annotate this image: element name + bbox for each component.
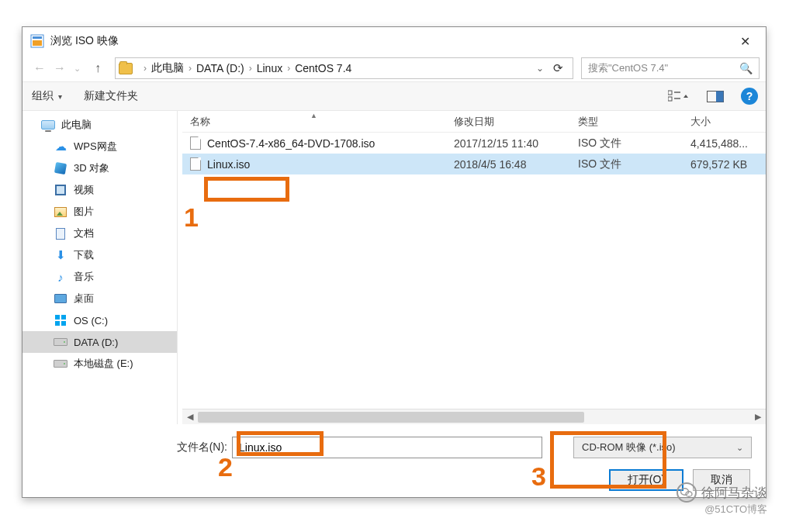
crumb-centos[interactable]: CentOS 7.4 xyxy=(295,62,351,74)
col-size-header[interactable]: 大小 xyxy=(683,111,766,132)
sort-asc-icon: ▲ xyxy=(310,112,317,119)
folder-icon xyxy=(119,63,133,74)
recent-dropdown[interactable]: ⌄ xyxy=(74,64,81,74)
crumb-thispc[interactable]: 此电脑 xyxy=(151,61,184,75)
toolbar: 组织 ▾ 新建文件夹 ? xyxy=(22,81,766,111)
preview-pane-button[interactable] xyxy=(707,91,724,102)
chevron-right-icon[interactable]: › xyxy=(144,63,147,74)
dialog-footer: 文件名(N): Linux.iso CD-ROM 映像 (*.iso)⌄ 打开(… xyxy=(22,424,766,491)
sidebar-item-music[interactable]: ♪音乐 xyxy=(22,266,177,288)
address-bar[interactable]: › 此电脑 › DATA (D:) › Linux › CentOS 7.4 ⌄… xyxy=(115,57,573,79)
open-button[interactable]: 打开(O) xyxy=(609,469,683,491)
file-rows: CentOS-7.4-x86_64-DVD-1708.iso 2017/12/1… xyxy=(182,133,766,174)
col-name-header[interactable]: ▲名称 xyxy=(182,111,446,132)
organize-button[interactable]: 组织 ▾ xyxy=(32,89,62,103)
newfolder-button[interactable]: 新建文件夹 xyxy=(84,89,138,103)
horizontal-scrollbar[interactable]: ◀ ▶ xyxy=(182,409,766,424)
scroll-thumb[interactable] xyxy=(198,412,584,423)
sidebar-item-3d[interactable]: 3D 对象 xyxy=(22,157,177,179)
chevron-right-icon[interactable]: › xyxy=(287,63,290,74)
body: 此电脑 ☁WPS网盘 3D 对象 视频 图片 文档 ⬇下载 ♪音乐 桌面 OS … xyxy=(22,111,766,424)
file-list-area: ▲名称 修改日期 类型 大小 CentOS-7.4-x86_64-DVD-170… xyxy=(182,111,766,424)
breadcrumb: › 此电脑 › DATA (D:) › Linux › CentOS 7.4 xyxy=(139,61,528,75)
crumb-data[interactable]: DATA (D:) xyxy=(196,62,244,74)
svg-rect-4 xyxy=(668,97,672,101)
filename-label: 文件名(N): xyxy=(22,440,232,454)
column-headers: ▲名称 修改日期 类型 大小 xyxy=(182,111,766,133)
search-icon[interactable]: 🔍 xyxy=(739,62,753,74)
title-bar: 浏览 ISO 映像 ✕ xyxy=(22,27,766,55)
dialog-title: 浏览 ISO 映像 xyxy=(50,34,727,48)
chevron-down-icon: ▾ xyxy=(58,92,62,101)
col-type-header[interactable]: 类型 xyxy=(570,111,683,132)
sidebar: 此电脑 ☁WPS网盘 3D 对象 视频 图片 文档 ⬇下载 ♪音乐 桌面 OS … xyxy=(22,111,178,424)
search-placeholder: 搜索"CentOS 7.4" xyxy=(588,61,739,75)
col-date-header[interactable]: 修改日期 xyxy=(446,111,570,132)
svg-rect-3 xyxy=(668,91,672,95)
nav-row: ← → ⌄ ↑ › 此电脑 › DATA (D:) › Linux › Cent… xyxy=(22,55,766,81)
sidebar-item-wps[interactable]: ☁WPS网盘 xyxy=(22,136,177,157)
help-button[interactable]: ? xyxy=(741,88,758,105)
forward-button: → xyxy=(54,61,66,75)
sidebar-item-thispc[interactable]: 此电脑 xyxy=(22,114,177,136)
filename-input[interactable]: Linux.iso xyxy=(232,437,542,458)
chevron-right-icon[interactable]: › xyxy=(189,63,192,74)
sidebar-item-local-e[interactable]: 本地磁盘 (E:) xyxy=(22,353,177,375)
file-row[interactable]: CentOS-7.4-x86_64-DVD-1708.iso 2017/12/1… xyxy=(182,133,766,154)
svg-rect-1 xyxy=(33,36,42,39)
file-type-filter[interactable]: CD-ROM 映像 (*.iso)⌄ xyxy=(573,437,752,458)
file-dialog: 浏览 ISO 映像 ✕ ← → ⌄ ↑ › 此电脑 › DATA (D:) › … xyxy=(22,26,767,498)
close-button[interactable]: ✕ xyxy=(727,29,763,53)
up-button[interactable]: ↑ xyxy=(88,61,107,75)
sidebar-item-os-c[interactable]: OS (C:) xyxy=(22,309,177,331)
cloud-icon: ☁ xyxy=(54,140,67,153)
download-icon: ⬇ xyxy=(54,249,67,261)
view-mode-button[interactable] xyxy=(668,90,690,102)
sidebar-item-documents[interactable]: 文档 xyxy=(22,223,177,244)
sidebar-item-downloads[interactable]: ⬇下载 xyxy=(22,244,177,266)
svg-rect-8 xyxy=(716,91,724,102)
path-dropdown-icon[interactable]: ⌄ xyxy=(536,63,544,74)
back-button[interactable]: ← xyxy=(33,61,46,75)
sidebar-item-data-d[interactable]: DATA (D:) xyxy=(22,331,177,353)
crumb-linux[interactable]: Linux xyxy=(257,62,282,74)
refresh-button[interactable]: ⟳ xyxy=(553,61,563,75)
watermark: 徐阿马杂谈 @51CTO博客 xyxy=(677,482,767,516)
app-icon xyxy=(30,34,44,48)
file-icon xyxy=(190,136,201,150)
file-row-selected[interactable]: Linux.iso 2018/4/5 16:48 ISO 文件 679,572 … xyxy=(182,154,766,174)
sidebar-item-video[interactable]: 视频 xyxy=(22,179,177,201)
wechat-icon xyxy=(677,482,697,503)
scroll-left-icon[interactable]: ◀ xyxy=(182,412,198,422)
search-input[interactable]: 搜索"CentOS 7.4" 🔍 xyxy=(581,57,760,79)
sidebar-item-desktop[interactable]: 桌面 xyxy=(22,288,177,309)
sidebar-item-pictures[interactable]: 图片 xyxy=(22,201,177,223)
music-icon: ♪ xyxy=(54,271,67,283)
svg-rect-2 xyxy=(33,40,42,46)
chevron-down-icon: ⌄ xyxy=(736,443,743,453)
scroll-right-icon[interactable]: ▶ xyxy=(750,412,766,422)
nav-arrows: ← → ⌄ xyxy=(29,61,85,75)
chevron-right-icon[interactable]: › xyxy=(249,63,252,74)
file-icon xyxy=(190,157,201,171)
